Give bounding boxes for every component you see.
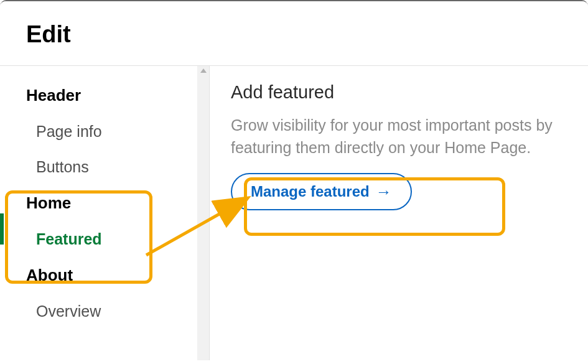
panel-description: Grow visibility for your most important … (231, 114, 567, 159)
manage-featured-label: Manage featured (251, 183, 370, 200)
nav-item-page-info[interactable]: Page info (0, 114, 209, 149)
dialog-title: Edit (26, 21, 562, 48)
dialog-header: Edit (0, 1, 588, 66)
nav-section-home[interactable]: Home (0, 185, 209, 222)
nav-item-buttons[interactable]: Buttons (0, 149, 209, 185)
nav-item-featured[interactable]: Featured (0, 222, 209, 257)
nav-section-about[interactable]: About (0, 257, 209, 294)
sidebar-scrollbar[interactable] (197, 66, 209, 360)
panel-title: Add featured (231, 82, 567, 103)
nav-section-header[interactable]: Header (0, 77, 209, 114)
content-wrapper: Header Page info Buttons Home Featured A… (0, 66, 588, 360)
main-panel: Add featured Grow visibility for your mo… (210, 66, 588, 360)
scroll-up-arrow-icon[interactable] (200, 68, 207, 73)
sidebar-nav: Header Page info Buttons Home Featured A… (0, 66, 210, 360)
manage-featured-button[interactable]: Manage featured → (231, 173, 412, 210)
nav-item-overview[interactable]: Overview (0, 294, 209, 329)
active-indicator (0, 213, 4, 245)
arrow-right-icon: → (376, 184, 392, 200)
